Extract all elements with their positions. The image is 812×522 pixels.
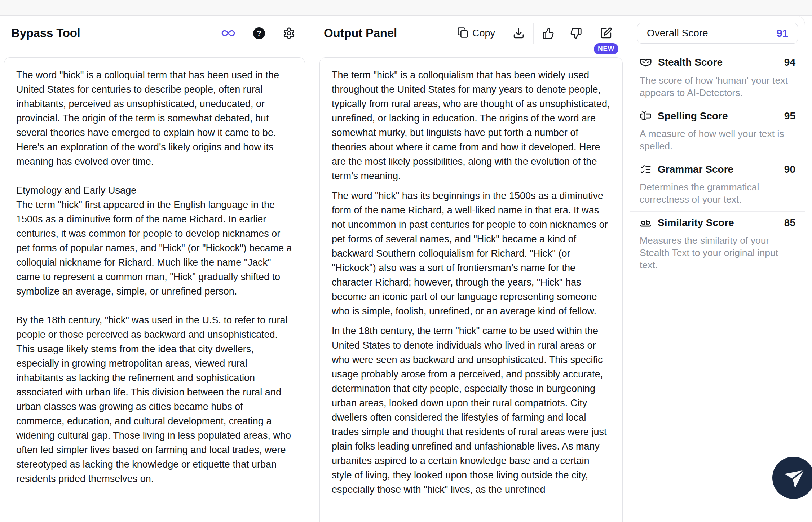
score-description: Determines the grammatical correctness o… bbox=[640, 181, 795, 205]
input-text: The word "hick" is a colloquial term tha… bbox=[16, 68, 293, 486]
score-description: Measures the similarity of your Stealth … bbox=[640, 234, 795, 271]
score-row: Similarity Score 85 bbox=[640, 217, 795, 229]
output-panel-body: The term "hick" is a colloquialism that … bbox=[313, 51, 630, 522]
score-row: Grammar Score 90 bbox=[640, 163, 795, 175]
help-button[interactable]: ? bbox=[253, 27, 265, 39]
bypass-tool-header: Bypass Tool ? bbox=[0, 16, 313, 51]
divider bbox=[533, 23, 534, 44]
whole-word-icon bbox=[640, 217, 652, 229]
scores-sidebar: Overall Score 91 Stealth Score 94 The sc… bbox=[630, 16, 805, 522]
send-icon bbox=[783, 467, 804, 489]
score-row: Spelling Score 95 bbox=[640, 110, 795, 122]
score-description: The score of how 'human' your text appea… bbox=[640, 74, 795, 99]
grammar-score-item: Grammar Score 90 Determines the grammati… bbox=[630, 158, 805, 212]
output-paragraph: The term "hick" is a colloquialism that … bbox=[332, 68, 610, 183]
bypass-header-actions: ? bbox=[221, 23, 295, 44]
spelling-score-item: Spelling Score 95 A measure of how well … bbox=[630, 105, 805, 158]
score-name: Similarity Score bbox=[658, 217, 734, 229]
gear-icon bbox=[283, 27, 295, 40]
score-description: A measure of how well your text is spell… bbox=[640, 128, 795, 152]
unlimited-mode-button[interactable] bbox=[221, 26, 235, 40]
score-name: Grammar Score bbox=[658, 164, 733, 175]
copy-icon bbox=[457, 27, 468, 39]
overall-score-label: Overall Score bbox=[647, 27, 708, 39]
edit-button[interactable] bbox=[600, 27, 612, 39]
score-value: 94 bbox=[784, 57, 795, 68]
output-text-card: The term "hick" is a colloquialism that … bbox=[319, 57, 623, 522]
overall-score-box: Overall Score 91 bbox=[637, 23, 798, 44]
similarity-score-item: Similarity Score 85 Measures the similar… bbox=[630, 212, 805, 277]
thumbs-down-icon bbox=[570, 27, 582, 39]
output-panel: Output Panel Copy bbox=[313, 16, 630, 522]
help-icon: ? bbox=[253, 27, 265, 39]
input-textarea[interactable]: The word "hick" is a colloquial term tha… bbox=[4, 57, 305, 522]
thumbs-up-icon bbox=[542, 27, 554, 39]
divider bbox=[591, 23, 591, 44]
text-cursor-input-icon bbox=[640, 110, 652, 122]
app-container: Bypass Tool ? bbox=[0, 16, 805, 522]
mask-icon bbox=[640, 56, 652, 68]
score-value: 95 bbox=[784, 110, 795, 122]
divider bbox=[504, 23, 504, 44]
divider bbox=[244, 23, 244, 44]
edit-button-wrap: NEW bbox=[600, 27, 613, 40]
score-value: 85 bbox=[784, 217, 795, 229]
overall-score-value: 91 bbox=[777, 27, 788, 39]
thumbs-down-button[interactable] bbox=[570, 27, 582, 39]
overall-score-section: Overall Score 91 bbox=[630, 16, 805, 51]
output-paragraph: In the 18th century, the term "hick" cam… bbox=[332, 324, 610, 497]
bypass-tool-title: Bypass Tool bbox=[11, 26, 80, 40]
thumbs-up-button[interactable] bbox=[542, 27, 554, 39]
edit-pen-icon bbox=[600, 27, 612, 39]
stealth-score-item: Stealth Score 94 The score of how 'human… bbox=[630, 51, 805, 105]
output-paragraph: The word "hick" has its beginnings in th… bbox=[332, 189, 610, 318]
score-value: 90 bbox=[784, 164, 795, 175]
output-header-actions: Copy bbox=[457, 23, 613, 44]
download-icon bbox=[513, 27, 525, 39]
score-name: Spelling Score bbox=[658, 110, 728, 122]
output-panel-header: Output Panel Copy bbox=[313, 16, 630, 51]
infinity-icon bbox=[221, 26, 235, 40]
bypass-tool-panel: Bypass Tool ? bbox=[0, 16, 313, 522]
settings-button[interactable] bbox=[283, 27, 295, 40]
new-badge: NEW bbox=[594, 43, 618, 54]
send-fab-button[interactable] bbox=[772, 457, 812, 499]
checklist-icon bbox=[640, 163, 652, 175]
output-panel-title: Output Panel bbox=[324, 26, 397, 40]
browser-top-strip bbox=[0, 0, 812, 16]
score-row: Stealth Score 94 bbox=[640, 56, 795, 68]
copy-button-label: Copy bbox=[472, 28, 495, 39]
copy-button[interactable]: Copy bbox=[457, 27, 495, 39]
divider bbox=[274, 23, 274, 44]
score-name: Stealth Score bbox=[658, 57, 723, 68]
output-text: The term "hick" is a colloquialism that … bbox=[332, 68, 610, 497]
input-panel-body: The word "hick" is a colloquial term tha… bbox=[0, 51, 313, 522]
download-button[interactable] bbox=[513, 27, 525, 39]
